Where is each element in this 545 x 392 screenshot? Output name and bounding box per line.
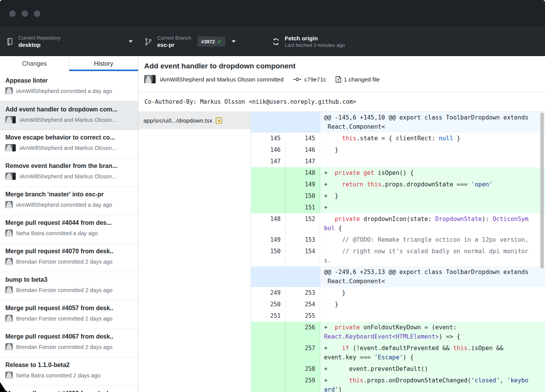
diff-code: + private onFoldoutKeyDown = (event:Reac… [320, 322, 545, 342]
changed-files-count: 1 changed file [344, 76, 380, 83]
minimize-window-button[interactable] [22, 10, 28, 17]
commit-item-meta: iAmWillShepherd committed a day ago [5, 201, 133, 208]
diff-row: 149153 // @TODO: Remake triangle octicon… [251, 234, 545, 246]
commit-authors-avatar [144, 75, 156, 83]
commit-item-meta: iAmWillShepherd committed a day ago [5, 87, 133, 95]
close-window-button[interactable] [9, 10, 16, 17]
commit-item-title: Merge pull request #4070 from desk.. [5, 247, 133, 256]
new-line-number: 259 [286, 375, 320, 392]
commit-item-title: Release to 1.1.0-beta2 [5, 361, 133, 369]
pull-request-badge[interactable]: #3972 ✓ [197, 36, 226, 47]
diff-row: @@ -145,6 +145,10 @@ export class Toolba… [251, 112, 545, 133]
diff-code-line: s. [324, 256, 541, 265]
diff-code: private dropdownIcon(state: DropdownStat… [320, 213, 545, 234]
diff-row: 251255 [251, 310, 545, 322]
author-avatar [5, 258, 13, 265]
git-commit-icon [293, 76, 302, 82]
new-line-number: 152 [286, 213, 320, 234]
file-path: app/src/ui/t.../dropdown.tsx [143, 117, 212, 124]
sync-icon [272, 38, 280, 46]
commit-item-byline: iAmWillShepherd and Markus Olsson... [20, 145, 116, 151]
diff-row: 148152 private dropdownIcon(state: Dropd… [251, 213, 545, 234]
fetch-origin-title: Fetch origin [285, 35, 345, 42]
diff-code-line: ard') [324, 385, 541, 392]
old-line-number: 148 [251, 213, 286, 234]
window-controls[interactable] [9, 10, 40, 17]
commit-item-meta: Brendan Forster committed 2 days ago [5, 286, 133, 294]
app-window: Current Repository desktop Current Branc… [0, 0, 545, 392]
authors-avatar [5, 144, 16, 151]
old-line-number: 146 [251, 144, 286, 156]
authors-avatar [5, 173, 16, 180]
tab-history[interactable]: History [69, 56, 138, 71]
diff-code-line: this.state = { clientRect: null } [324, 134, 541, 143]
commit-item-meta: iAmWillShepherd and Markus Olsson... [5, 144, 133, 151]
diff-code: @@ -145,6 +145,10 @@ export class Toolba… [320, 112, 545, 133]
commit-list-item[interactable]: Merge pull request #4070 from desk..Bren… [0, 244, 138, 272]
commit-item-byline: Neha Batra committed a day ago [16, 230, 98, 236]
commit-item-title: Merge pull request #4067 from desk.. [5, 332, 133, 341]
commit-list-item[interactable]: Merge pull request #4067 from desk..Bren… [0, 329, 138, 357]
zoom-window-button[interactable] [34, 10, 40, 17]
commit-list-item[interactable]: Merge pull request #4044 from des...Neha… [0, 215, 138, 244]
changed-files-group: 1 changed file [336, 76, 380, 83]
author-avatar [5, 372, 13, 379]
diff-code: + this.props.onDropdownStateChanged('clo… [320, 375, 545, 392]
commit-item-title: Remove event handler from the bran... [5, 162, 133, 170]
commit-list-item[interactable]: bump to beta3Brendan Forster committed 2… [0, 272, 138, 301]
commit-item-meta: Brendan Forster committed 2 days ago [5, 343, 133, 350]
commit-list-item[interactable]: Merge pull request #4056 from desk.. [0, 386, 138, 392]
new-line-number: 255 [286, 310, 320, 322]
diff-code-line: // @TODO: Remake triangle octicon in a 1… [324, 235, 541, 244]
diff-code-line: } [324, 300, 541, 309]
commit-item-byline: Neha Batra committed 2 days ago [16, 372, 100, 379]
diff-row: 150154 // right now it's scaled badly on… [251, 246, 545, 266]
diff-code-line: React.Component< [324, 122, 541, 131]
diff-scrollbar-thumb[interactable] [540, 113, 544, 269]
diff-code: + private get isOpen() { [320, 167, 545, 179]
diff-code: + [320, 202, 545, 213]
diff-code-line: bol { [324, 224, 541, 233]
fetch-origin-subtitle: Last fetched 3 minutes ago [285, 42, 345, 48]
pull-request-number: #3972 [201, 39, 215, 45]
diff-code-line: event.key === 'Escape') { [324, 353, 541, 362]
toolbar: Current Repository desktop Current Branc… [0, 27, 545, 56]
diff-code: } [320, 287, 545, 299]
old-line-number: 150 [251, 246, 286, 266]
diff-code-line: + [324, 203, 541, 212]
diff-code-line: React.KeyboardEvent<HTMLElement>) => { [324, 332, 541, 341]
old-line-number [251, 202, 286, 213]
commit-sha-group: c79e71c [293, 76, 326, 83]
commit-list-item[interactable]: Move escape behavior to correct co...iAm… [0, 130, 138, 158]
diff-file-icon [336, 76, 341, 83]
diff-row: 147147 [251, 156, 545, 167]
current-branch-button[interactable]: Current Branch esc-pr #3972 ✓ [138, 27, 266, 56]
diff-code-line: // right now it's scaled badly on normal… [324, 247, 541, 256]
commit-item-title: Add event handler to dropdown com... [5, 105, 133, 114]
mouse-cursor [0, 382, 7, 392]
new-line-number: 145 [286, 133, 320, 144]
main-panel: Add event handler to dropdown component … [138, 56, 545, 392]
commit-list-item[interactable]: Release to 1.1.0-beta2Neha Batra committ… [0, 357, 138, 386]
commit-item-title: Merge pull request #4057 from desk.. [5, 304, 133, 312]
author-avatar [5, 343, 13, 350]
old-line-number: 251 [251, 310, 286, 322]
changed-files-panel: app/src/ui/t.../dropdown.tsx [138, 112, 251, 392]
commit-list-item[interactable]: Add event handler to dropdown com...iAmW… [0, 101, 138, 130]
diff-row: 258+ event.preventDefault() [251, 363, 545, 375]
commit-list-item[interactable]: Merge branch 'master' into esc-priAmWill… [0, 187, 138, 215]
current-repository-button[interactable]: Current Repository desktop [0, 27, 138, 56]
commit-item-byline: iAmWillShepherd and Markus Olsson... [20, 117, 116, 123]
commit-item-title: bump to beta3 [5, 276, 133, 284]
commit-title: Add event handler to dropdown component [144, 61, 539, 71]
author-avatar [5, 201, 13, 208]
chevron-down-icon [232, 40, 236, 43]
file-list-item[interactable]: app/src/ui/t.../dropdown.tsx [138, 112, 251, 129]
commit-item-byline: Brendan Forster committed 2 days ago [16, 287, 113, 293]
commit-list-item[interactable]: Merge pull request #4057 from desk..Bren… [0, 301, 138, 329]
tab-changes[interactable]: Changes [0, 56, 69, 71]
commit-list-item[interactable]: Remove event handler from the bran...iAm… [0, 158, 138, 187]
old-line-number [251, 190, 286, 202]
fetch-origin-button[interactable]: Fetch origin Last fetched 3 minutes ago [266, 27, 400, 56]
commit-list-item[interactable]: Appease linteriAmWillShepherd committed … [0, 73, 138, 101]
